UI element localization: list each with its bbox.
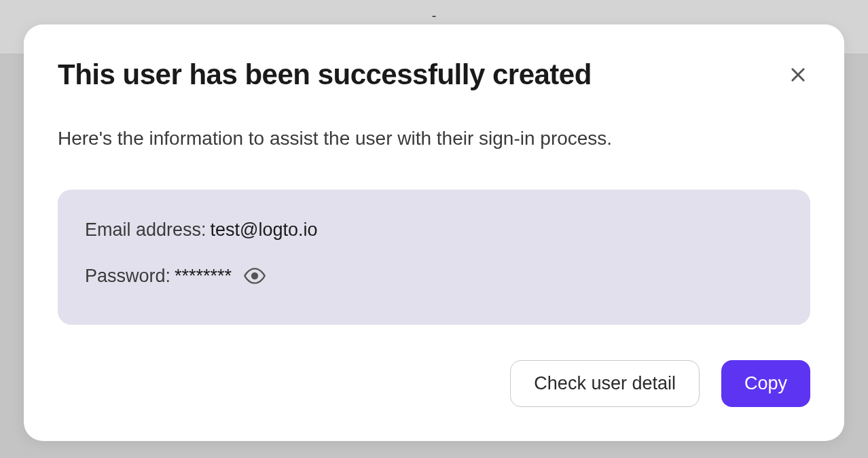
email-label: Email address: [85, 219, 206, 241]
eye-icon [244, 265, 266, 287]
toggle-password-visibility-button[interactable] [244, 265, 266, 287]
svg-point-2 [252, 273, 257, 279]
modal-description: Here's the information to assist the use… [58, 125, 810, 152]
copy-button[interactable]: Copy [721, 360, 810, 407]
check-user-detail-button[interactable]: Check user detail [510, 360, 700, 407]
user-created-modal: This user has been successfully created … [24, 24, 844, 441]
backdrop-dash: - [432, 8, 437, 24]
password-value: ******** [175, 266, 232, 287]
close-icon [789, 65, 808, 84]
email-row: Email address: test@logto.io [85, 219, 783, 241]
modal-footer: Check user detail Copy [58, 360, 810, 407]
email-value: test@logto.io [211, 219, 318, 241]
password-row: Password: ******** [85, 265, 783, 287]
password-label: Password: [85, 266, 170, 287]
modal-title: This user has been successfully created [58, 58, 592, 91]
credentials-info-box: Email address: test@logto.io Password: *… [58, 190, 810, 325]
close-button[interactable] [786, 63, 810, 87]
modal-header: This user has been successfully created [58, 58, 810, 91]
